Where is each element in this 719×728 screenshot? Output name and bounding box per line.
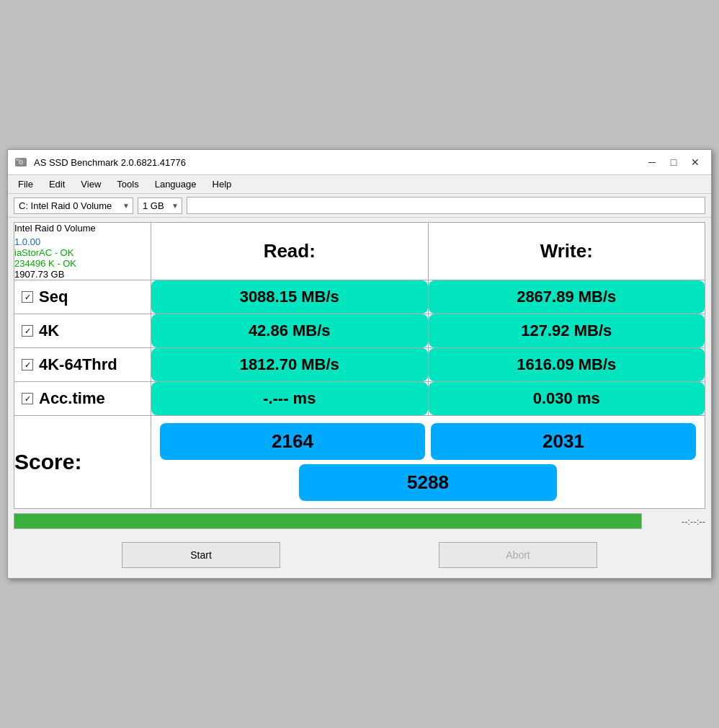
minimize-button[interactable]: ─ — [642, 154, 662, 170]
seq-row: ✓ Seq 3088.15 MB/s 2867.89 MB/s — [14, 280, 705, 314]
title-bar: AS SSD Benchmark 2.0.6821.41776 ─ □ ✕ — [8, 150, 711, 175]
seq-write-cell: 2867.89 MB/s — [428, 280, 705, 314]
size-select[interactable]: 1 GB 2 GB 4 GB — [138, 198, 182, 213]
seq-read-cell: 3088.15 MB/s — [151, 280, 429, 314]
4k64thrd-write-value: 1616.09 MB/s — [429, 348, 705, 381]
4k-read-cell: 42.86 MB/s — [151, 314, 429, 348]
window-title: AS SSD Benchmark 2.0.6821.41776 — [34, 157, 642, 168]
drive-driver: iaStorAC - OK — [14, 247, 151, 258]
menu-file[interactable]: File — [11, 177, 40, 192]
score-read-value: 2164 — [160, 423, 425, 460]
score-write-value: 2031 — [431, 423, 696, 460]
svg-point-2 — [20, 161, 22, 164]
drive-size-ok: 234496 K - OK — [14, 258, 151, 269]
drive-version: 1.0.00 — [14, 236, 151, 247]
score-row: Score: 2164 2031 5288 — [14, 416, 705, 509]
drive-info-cell: Intel Raid 0 Volume 1.0.00 iaStorAC - OK… — [14, 223, 151, 280]
4k-label: 4K — [39, 321, 59, 340]
score-label: Score: — [14, 416, 151, 509]
progress-time: --:--:-- — [648, 516, 705, 527]
drive-select[interactable]: C: Intel Raid 0 Volume — [14, 198, 133, 213]
4k-write-cell: 127.92 MB/s — [428, 314, 705, 348]
4k64thrd-row: ✓ 4K-64Thrd 1812.70 MB/s 1616.09 MB/s — [14, 348, 705, 382]
4k-row: ✓ 4K 42.86 MB/s 127.92 MB/s — [14, 314, 705, 348]
drive-name: Intel Raid 0 Volume — [14, 223, 151, 234]
drive-select-wrapper[interactable]: C: Intel Raid 0 Volume ▼ — [14, 197, 133, 214]
seq-write-value: 2867.89 MB/s — [429, 280, 705, 314]
4k-label-cell: ✓ 4K — [14, 314, 151, 348]
4k64thrd-read-value: 1812.70 MB/s — [151, 348, 428, 381]
app-icon — [14, 155, 28, 169]
acctime-label: Acc.time — [39, 389, 105, 408]
read-header: Read: — [151, 223, 429, 280]
seq-read-value: 3088.15 MB/s — [151, 280, 428, 314]
score-results-cell: 2164 2031 5288 — [151, 416, 705, 509]
status-box — [187, 197, 705, 214]
4k-read-value: 42.86 MB/s — [151, 314, 428, 347]
progress-bar-fill — [14, 514, 641, 528]
seq-checkbox[interactable]: ✓ — [22, 291, 33, 303]
main-content: Intel Raid 0 Volume 1.0.00 iaStorAC - OK… — [8, 218, 711, 533]
abort-button[interactable]: Abort — [439, 542, 597, 568]
4k-write-value: 127.92 MB/s — [429, 314, 705, 347]
4k64thrd-checkbox[interactable]: ✓ — [22, 359, 33, 370]
seq-label-cell: ✓ Seq — [14, 280, 151, 314]
svg-rect-3 — [16, 159, 20, 161]
size-select-wrapper[interactable]: 1 GB 2 GB 4 GB ▼ — [138, 197, 182, 214]
start-button[interactable]: Start — [122, 542, 280, 568]
main-window: AS SSD Benchmark 2.0.6821.41776 ─ □ ✕ Fi… — [7, 149, 712, 579]
maximize-button[interactable]: □ — [664, 154, 684, 170]
menu-tools[interactable]: Tools — [110, 177, 146, 192]
acctime-write-cell: 0.030 ms — [428, 382, 705, 416]
toolbar: C: Intel Raid 0 Volume ▼ 1 GB 2 GB 4 GB … — [8, 194, 711, 218]
window-controls: ─ □ ✕ — [642, 154, 705, 170]
seq-label: Seq — [39, 288, 68, 306]
acctime-read-value: -.--- ms — [151, 382, 428, 415]
menu-edit[interactable]: Edit — [42, 177, 72, 192]
write-header: Write: — [428, 223, 705, 280]
menu-language[interactable]: Language — [148, 177, 204, 192]
close-button[interactable]: ✕ — [685, 154, 705, 170]
progress-area: --:--:-- — [14, 513, 705, 529]
acctime-checkbox[interactable]: ✓ — [22, 393, 33, 404]
4k-checkbox[interactable]: ✓ — [22, 325, 33, 337]
benchmark-table: Intel Raid 0 Volume 1.0.00 iaStorAC - OK… — [14, 222, 705, 509]
buttons-row: Start Abort — [8, 533, 711, 578]
menu-help[interactable]: Help — [205, 177, 239, 192]
menu-view[interactable]: View — [73, 177, 108, 192]
score-total-value: 5288 — [299, 464, 556, 501]
acctime-read-cell: -.--- ms — [151, 382, 429, 416]
progress-bar-container — [14, 513, 642, 529]
menu-bar: File Edit View Tools Language Help — [8, 175, 711, 194]
acctime-write-value: 0.030 ms — [429, 382, 705, 415]
drive-capacity: 1907.73 GB — [14, 269, 151, 280]
score-total-wrapper: 5288 — [160, 464, 696, 501]
4k64thrd-label: 4K-64Thrd — [39, 355, 117, 374]
4k64thrd-label-cell: ✓ 4K-64Thrd — [14, 348, 151, 382]
acctime-label-cell: ✓ Acc.time — [14, 382, 151, 416]
4k64thrd-write-cell: 1616.09 MB/s — [428, 348, 705, 382]
header-row: Intel Raid 0 Volume 1.0.00 iaStorAC - OK… — [14, 223, 705, 280]
score-top-row: 2164 2031 — [160, 423, 696, 460]
acctime-row: ✓ Acc.time -.--- ms 0.030 ms — [14, 382, 705, 416]
4k64thrd-read-cell: 1812.70 MB/s — [151, 348, 429, 382]
